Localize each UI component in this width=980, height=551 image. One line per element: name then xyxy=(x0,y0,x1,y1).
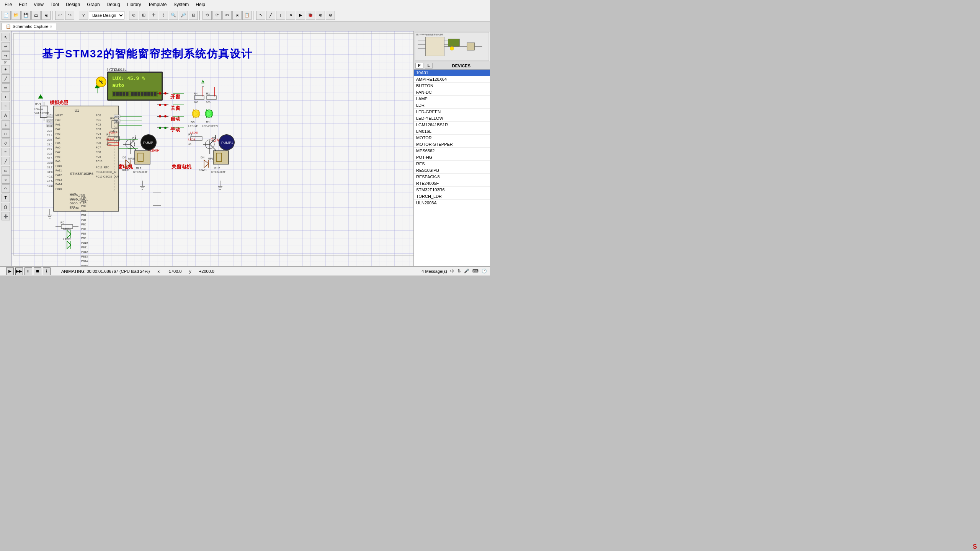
device-item-20[interactable]: ULN2003A xyxy=(414,200,490,206)
menu-design[interactable]: Design xyxy=(63,1,83,8)
tb-component[interactable]: ⊕ xyxy=(129,11,138,20)
svg-text:PB11: PB11 xyxy=(81,246,88,249)
device-item-3[interactable]: FAN-DC xyxy=(414,89,490,96)
lt-undo[interactable]: ↩ xyxy=(2,42,10,51)
lt-bus[interactable]: ═ xyxy=(2,83,10,92)
tb-debug[interactable]: 🐞 xyxy=(306,11,315,20)
tb-simulate[interactable]: ▶ xyxy=(296,11,305,20)
menu-edit[interactable]: Edit xyxy=(16,1,30,8)
lt-net[interactable]: ~ xyxy=(2,102,10,110)
device-item-10[interactable]: MOTOR xyxy=(414,135,490,141)
device-item-17[interactable]: RTE24005F xyxy=(414,180,490,187)
tb-text[interactable]: T xyxy=(276,11,285,20)
menu-view[interactable]: View xyxy=(31,1,47,8)
svg-marker-120 xyxy=(126,160,130,168)
tb-undo[interactable]: ↩ xyxy=(55,11,64,20)
tb-extra1[interactable]: ⊕ xyxy=(316,11,325,20)
tb-help[interactable]: ? xyxy=(79,11,88,20)
tb-move[interactable]: ⊹ xyxy=(159,11,168,20)
tb-print[interactable]: 🖨 xyxy=(41,11,51,20)
device-item-11[interactable]: MOTOR-STEPPER xyxy=(414,141,490,148)
lt-script[interactable]: ≡ xyxy=(2,148,10,156)
device-item-6[interactable]: LED-GREEN xyxy=(414,109,490,115)
tb-paste[interactable]: 📋 xyxy=(242,11,252,20)
device-item-16[interactable]: RESPACK-8 xyxy=(414,174,490,180)
tb-copy[interactable]: ⎘ xyxy=(232,11,242,20)
lt-select[interactable]: ↖ xyxy=(2,33,10,41)
lt-rect[interactable]: ▭ xyxy=(2,166,10,174)
tb-save-all[interactable]: 🗂 xyxy=(31,11,41,20)
device-item-2[interactable]: BUTTON xyxy=(414,83,490,89)
device-item-14[interactable]: RES xyxy=(414,161,490,167)
svg-rect-234 xyxy=(425,37,444,56)
lt-junction[interactable]: • xyxy=(2,93,10,101)
tab-label: Schematic Capture xyxy=(13,24,49,29)
tb-extra2[interactable]: ⊗ xyxy=(326,11,335,20)
device-item-4[interactable]: LAMP xyxy=(414,96,490,102)
device-item-12[interactable]: MPS6562 xyxy=(414,148,490,154)
devices-list: 10A01 AMPIRE128X64 BUTTON FAN-DC LAMP LD… xyxy=(414,70,490,266)
tb-select[interactable]: ↖ xyxy=(256,11,265,20)
schematic-canvas[interactable]: 基于STM32的智能窗帘控制系统仿真设计 LUX: 45.9 % auto xyxy=(11,31,413,266)
lt-arc[interactable]: ◠ xyxy=(2,184,10,193)
canvas-area[interactable]: 基于STM32的智能窗帘控制系统仿真设计 LUX: 45.9 % auto xyxy=(11,31,413,266)
tb-redo[interactable]: ↪ xyxy=(65,11,74,20)
tb-design-dropdown[interactable]: Base Design xyxy=(89,11,124,20)
device-item-8[interactable]: LGM12641BS1R xyxy=(414,122,490,128)
lt-add[interactable]: + xyxy=(2,65,10,73)
lt-component2[interactable]: □ xyxy=(2,129,10,138)
tb-new[interactable]: 📄 xyxy=(2,11,11,20)
lt-redo[interactable]: ↪ xyxy=(2,51,10,60)
tb-save[interactable]: 💾 xyxy=(21,11,31,20)
tb-open[interactable]: 📂 xyxy=(11,11,21,20)
menu-system[interactable]: System xyxy=(170,1,192,8)
menu-library[interactable]: Library xyxy=(124,1,144,8)
device-item-7[interactable]: LED-YELLOW xyxy=(414,115,490,122)
tab-schematic[interactable]: 📋 Schematic Capture × xyxy=(2,23,56,30)
tb-redo2[interactable]: ⟳ xyxy=(212,11,222,20)
svg-text:D3: D3 xyxy=(191,121,195,124)
devices-tab-l[interactable]: L xyxy=(425,63,433,68)
tb-delete[interactable]: ✕ xyxy=(286,11,295,20)
device-item-9[interactable]: LM016L xyxy=(414,128,490,135)
devices-tab-p[interactable]: P xyxy=(415,63,423,68)
tb-cut[interactable]: ✂ xyxy=(222,11,232,20)
device-item-1[interactable]: AMPIRE128X64 xyxy=(414,76,490,83)
device-item-15[interactable]: RES10SIPB xyxy=(414,167,490,174)
stop-button[interactable]: ⏹ xyxy=(34,267,41,275)
tb-zoom-in[interactable]: 🔍 xyxy=(169,11,178,20)
step-play-button[interactable]: ▶▶ xyxy=(15,267,23,275)
menu-debug[interactable]: Debug xyxy=(104,1,123,8)
menu-template[interactable]: Template xyxy=(145,1,170,8)
menu-graph[interactable]: Graph xyxy=(84,1,103,8)
tab-close[interactable]: × xyxy=(50,24,52,29)
tb-zoom-out[interactable]: 🔎 xyxy=(179,11,188,20)
device-item-19[interactable]: TORCH_LDR xyxy=(414,193,490,200)
lt-text[interactable]: T xyxy=(2,194,10,202)
tb-undo2[interactable]: ⟲ xyxy=(203,11,212,20)
toolbar-sep-1 xyxy=(52,11,54,20)
tb-wire[interactable]: ╱ xyxy=(266,11,275,20)
lt-power[interactable]: ⏚ xyxy=(2,120,10,129)
device-item-13[interactable]: POT-HG xyxy=(414,154,490,161)
lt-wire[interactable]: ╱ xyxy=(2,74,10,83)
device-item-5[interactable]: LDR xyxy=(414,102,490,109)
lt-label[interactable]: A xyxy=(2,111,10,119)
menu-tool[interactable]: Tool xyxy=(47,1,62,8)
tb-fit[interactable]: ⊡ xyxy=(189,11,198,20)
lt-line[interactable]: ╱ xyxy=(2,157,10,165)
svg-text:D2: D2 xyxy=(122,156,127,159)
lt-symbol[interactable]: Ω xyxy=(2,203,10,211)
lt-plus[interactable]: ➕ xyxy=(2,212,10,220)
play-button[interactable]: ▶ xyxy=(6,267,14,275)
tb-grid[interactable]: ⊞ xyxy=(139,11,148,20)
lt-probe[interactable]: ◇ xyxy=(2,139,10,147)
menu-help[interactable]: Help xyxy=(193,1,208,8)
info-button[interactable]: ℹ xyxy=(43,267,51,275)
tb-cross[interactable]: ✛ xyxy=(149,11,158,20)
device-item-0[interactable]: 10A01 xyxy=(414,70,490,76)
device-item-18[interactable]: STM32F103R6 xyxy=(414,187,490,193)
lt-circle[interactable]: ○ xyxy=(2,175,10,184)
pause-button[interactable]: ⏸ xyxy=(24,267,32,275)
menu-file[interactable]: File xyxy=(2,1,15,8)
